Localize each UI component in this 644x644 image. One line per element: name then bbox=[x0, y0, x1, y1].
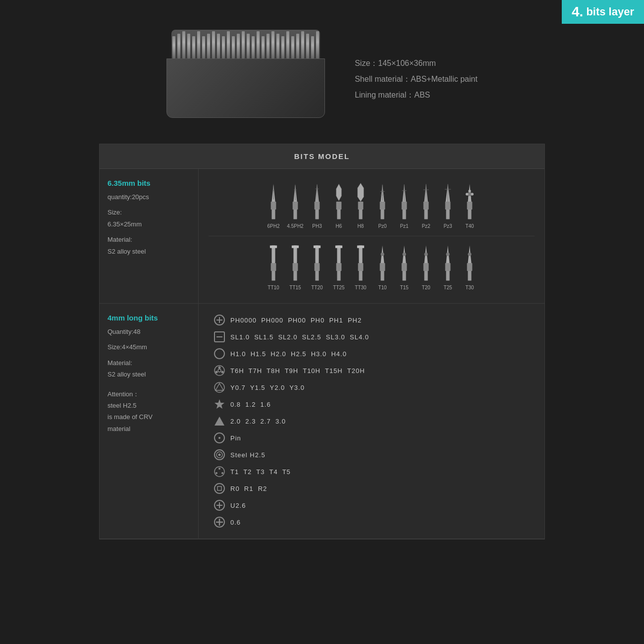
spec-size: Size：145×106×36mm bbox=[355, 55, 478, 71]
header-label: bits layer bbox=[586, 5, 634, 18]
model-row-ph: PH0000 PH000 PH00 PH0 PH1 PH2 bbox=[214, 312, 535, 328]
bit-label: H8 bbox=[358, 223, 364, 229]
bit-t25-icon bbox=[439, 243, 457, 283]
svg-rect-79 bbox=[424, 263, 429, 271]
bit-stick bbox=[187, 34, 190, 58]
bit-stick bbox=[306, 34, 309, 58]
bit-label: H6 bbox=[336, 223, 342, 229]
svg-rect-65 bbox=[335, 245, 342, 248]
bit-h6: H6 bbox=[330, 182, 348, 229]
icon-triangle-shape bbox=[214, 415, 225, 427]
svg-rect-68 bbox=[359, 245, 362, 263]
bit-label: TT15 bbox=[289, 285, 301, 290]
svg-rect-62 bbox=[337, 269, 340, 280]
page-container: 4. bits layer bbox=[0, 0, 644, 644]
bit-pz3: Pz3 bbox=[439, 182, 457, 229]
bit-label: Pz1 bbox=[400, 223, 408, 229]
svg-rect-86 bbox=[468, 269, 471, 280]
bit-pz1-icon bbox=[395, 182, 413, 221]
bit-stick bbox=[296, 34, 299, 58]
svg-point-97 bbox=[218, 367, 221, 369]
bit-stick bbox=[316, 31, 319, 58]
tri-models: 2.0 2.3 2.7 3.0 bbox=[230, 418, 286, 425]
icon-plus-circle bbox=[214, 314, 225, 326]
main-content: Size：145×106×36mm Shell material：ABS+Met… bbox=[0, 0, 644, 644]
svg-marker-103 bbox=[215, 399, 224, 409]
model-row-steel: Steel H2.5 bbox=[214, 446, 535, 463]
bit-tt25-icon bbox=[330, 243, 348, 283]
svg-rect-28 bbox=[402, 202, 407, 210]
bits-in-box bbox=[171, 31, 320, 58]
icon-pin-circle bbox=[214, 432, 225, 444]
svg-rect-51 bbox=[271, 263, 276, 271]
bit-label: T40 bbox=[465, 223, 474, 229]
bit-h8: H8 bbox=[352, 182, 370, 229]
svg-point-49 bbox=[471, 193, 474, 195]
bit-45ph2: 4.5PH2 bbox=[286, 182, 304, 229]
svg-rect-59 bbox=[315, 263, 320, 271]
bit-stick bbox=[177, 34, 180, 58]
svg-rect-22 bbox=[380, 202, 385, 210]
bit-stick bbox=[192, 36, 195, 58]
bit-stick bbox=[311, 36, 314, 58]
model-row-t-security: T6H T7H T8H T9H T10H T15H T20H bbox=[214, 362, 535, 379]
svg-marker-20 bbox=[358, 183, 364, 202]
svg-rect-33 bbox=[424, 202, 429, 210]
svg-rect-18 bbox=[359, 208, 362, 219]
row1-right: 6PH2 4.5PH2 bbox=[199, 169, 544, 303]
svg-point-89 bbox=[468, 253, 471, 256]
bit-ph3: PH3 bbox=[308, 182, 326, 229]
bit-stick bbox=[222, 36, 225, 58]
bit-t20-icon bbox=[417, 243, 435, 283]
bit-t30: T30 bbox=[461, 243, 479, 290]
bit-stick bbox=[271, 31, 274, 58]
r-models: R0 R1 R2 bbox=[230, 485, 267, 492]
bit-stick bbox=[267, 34, 269, 58]
bit-tt10-icon bbox=[265, 243, 282, 283]
h-models: H1.0 H1.5 H2.0 H2.5 H3.0 H4.0 bbox=[230, 350, 347, 358]
svg-rect-70 bbox=[380, 269, 384, 280]
svg-rect-15 bbox=[337, 208, 340, 219]
model-row-tri: 2.0 2.3 2.7 3.0 bbox=[214, 413, 535, 429]
bit-stick bbox=[252, 36, 255, 58]
row1-quantity: quantity:20pcs bbox=[107, 191, 190, 203]
svg-point-99 bbox=[215, 371, 218, 374]
model-row-y: Y0.7 Y1.5 Y2.0 Y3.0 bbox=[214, 379, 535, 396]
icon-circle-outline bbox=[214, 348, 225, 360]
bit-label: 6PH2 bbox=[267, 223, 279, 229]
bit-pz2: Pz2 bbox=[417, 182, 435, 229]
svg-point-109 bbox=[218, 454, 221, 456]
bit-tt15-icon bbox=[286, 243, 304, 283]
svg-rect-66 bbox=[359, 269, 362, 280]
svg-rect-83 bbox=[445, 263, 451, 271]
bit-label: Pz2 bbox=[422, 223, 430, 229]
svg-rect-43 bbox=[467, 202, 473, 210]
bit-t40: T40 bbox=[461, 182, 479, 229]
bit-stick bbox=[227, 31, 230, 58]
svg-rect-57 bbox=[292, 245, 299, 248]
header-number: 4. bbox=[572, 4, 583, 20]
sep-line-1 bbox=[209, 236, 535, 236]
svg-rect-82 bbox=[446, 269, 449, 280]
t-tamper-models: T6H T7H T8H T9H T10H T15H T20H bbox=[230, 367, 365, 375]
bit-6ph2: 6PH2 bbox=[265, 182, 282, 229]
svg-rect-58 bbox=[315, 269, 319, 280]
bit-label: T25 bbox=[443, 285, 452, 290]
bit-t25: T25 bbox=[439, 243, 457, 290]
t1-models: T1 T2 T3 T4 T5 bbox=[230, 468, 291, 476]
svg-rect-69 bbox=[357, 245, 364, 248]
bit-t30-icon bbox=[461, 243, 479, 283]
bit-t15-icon bbox=[395, 243, 413, 283]
bit-pz0-icon bbox=[374, 182, 391, 221]
u-models: U2.6 bbox=[230, 502, 246, 509]
row2-title: 4mm long bits bbox=[107, 314, 190, 322]
bit-stick bbox=[197, 31, 200, 58]
bit-h8-icon bbox=[352, 182, 370, 221]
model-row-r: R0 R1 R2 bbox=[214, 480, 535, 497]
bit-label: TT25 bbox=[333, 285, 344, 290]
svg-rect-67 bbox=[358, 263, 364, 271]
model-row-t1t5: T1 T2 T3 T4 T5 bbox=[214, 463, 535, 480]
bit-label: T20 bbox=[422, 285, 430, 290]
row2-attention: Attention：steel H2.5is made of CRVmateri… bbox=[107, 388, 190, 435]
svg-rect-42 bbox=[468, 208, 471, 219]
